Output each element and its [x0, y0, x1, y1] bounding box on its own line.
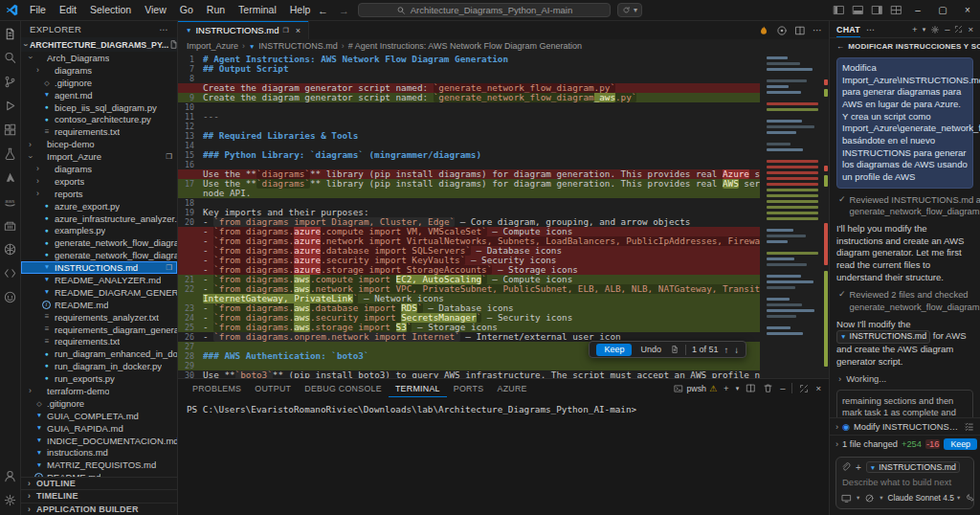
maximize-panel-icon[interactable]	[799, 384, 809, 393]
more-actions-icon[interactable]: ⋯	[159, 24, 168, 34]
pending-changes-icon[interactable]	[758, 25, 769, 36]
sync-button[interactable]: ▾	[617, 3, 642, 17]
file-chip[interactable]: ▼INSTRUCTIONS.md	[836, 330, 930, 344]
layout-sidebar-right-icon[interactable]	[867, 4, 886, 16]
tree-item[interactable]: ▼agent.md	[21, 89, 177, 101]
keep-button[interactable]: Keep	[944, 438, 977, 450]
tree-item[interactable]: ›terraform-demo	[21, 385, 177, 397]
next-change-icon[interactable]: ↓	[734, 345, 739, 355]
split-editor-icon[interactable]	[794, 25, 806, 36]
close-chat-icon[interactable]: ×	[968, 24, 973, 34]
menu-help[interactable]: Help	[283, 0, 318, 20]
close-panel-icon[interactable]: ×	[815, 383, 821, 393]
activity-remote-icon[interactable]	[0, 261, 21, 285]
chat-messages[interactable]: Modifica Import_Azure\INSTRUCTIONS.md pa…	[830, 55, 980, 417]
tree-item[interactable]: iREADME.md	[21, 299, 177, 311]
tree-item[interactable]: ›reports	[21, 188, 177, 200]
open-preview-icon[interactable]	[776, 25, 788, 36]
new-chat-icon[interactable]: +	[912, 24, 918, 34]
tree-item[interactable]: ●azure_export.py	[21, 200, 177, 213]
editor[interactable]: 1# Agent Instructions: AWS Network Flow …	[178, 53, 829, 378]
kill-terminal-icon[interactable]	[763, 383, 773, 393]
tree-item[interactable]: ›Import_Azure❐	[21, 150, 177, 163]
panel-tab-azure[interactable]: AZURE	[490, 379, 533, 397]
tree-item[interactable]: ›bicep-demo	[21, 138, 177, 150]
minimap[interactable]	[762, 53, 823, 378]
menu-run[interactable]: Run	[200, 0, 232, 20]
forward-icon[interactable]: →	[337, 5, 351, 16]
expand-chat-icon[interactable]	[954, 25, 963, 34]
menu-selection[interactable]: Selection	[83, 0, 138, 20]
tree-item[interactable]: ▼README_DIAGRAM_GENERATOR.md	[21, 286, 177, 299]
minimize-chat-icon[interactable]: –	[945, 24, 949, 34]
paperclip-icon[interactable]	[841, 462, 851, 472]
menu-view[interactable]: View	[138, 0, 173, 20]
terminal-output[interactable]: PS C:\Users\EvaristoRomanoRiviec\Downloa…	[178, 397, 829, 515]
gear-icon[interactable]	[930, 25, 940, 34]
back-icon[interactable]: ←	[316, 5, 330, 16]
panel-tab-problems[interactable]: PROBLEMS	[186, 379, 248, 397]
tree-item[interactable]: ●contoso_architecture.py	[21, 113, 177, 125]
menu-file[interactable]: File	[23, 0, 53, 20]
tree-item[interactable]: ▼INSTRUCTIONS.md❐	[21, 261, 177, 274]
add-context-icon[interactable]: +	[856, 462, 861, 473]
layout-sidebar-left-icon[interactable]	[829, 4, 848, 16]
terminal-instance[interactable]: pwsh ⚠	[674, 384, 717, 393]
timeline-section[interactable]: ›TIMELINE	[21, 489, 177, 503]
tool-step[interactable]: ✓Reviewed 2 files and checked generate_n…	[836, 289, 973, 312]
tree-item[interactable]: ●azure_infrastructure_analyzer.py	[21, 213, 177, 225]
panel-tab-terminal[interactable]: TERMINAL	[389, 379, 447, 397]
tree-item[interactable]: ▼GUIA_RAPIDA.md	[21, 422, 177, 435]
panel-tab-debug-console[interactable]: DEBUG CONSOLE	[298, 379, 389, 397]
activity-testing-icon[interactable]	[0, 142, 21, 166]
tree-item[interactable]: ›Arch_Diagrams	[21, 52, 177, 64]
tree-item[interactable]: ›diagrams	[21, 163, 177, 175]
activity-run-debug-icon[interactable]	[0, 94, 21, 118]
activity-kubernetes-icon[interactable]	[0, 237, 21, 261]
tree-item[interactable]: ▼instructions.md	[21, 447, 177, 459]
new-terminal-icon[interactable]: +	[724, 383, 729, 393]
back-icon[interactable]: ←	[836, 42, 844, 51]
tree-item[interactable]: ≡requirements_diagram_generator.txt	[21, 324, 177, 336]
panel-tab-ports[interactable]: PORTS	[447, 379, 491, 397]
breadcrumb[interactable]: Import_Azure›▼INSTRUCTIONS.md›# Agent In…	[178, 39, 829, 53]
activity-containers-icon[interactable]	[0, 213, 21, 237]
workspace-root-row[interactable]: › ARCHITECTURE_DIAGRAMS_PY...	[21, 37, 177, 52]
menu-terminal[interactable]: Terminal	[232, 0, 283, 20]
tree-item[interactable]: ≡requirements_analyzer.txt	[21, 311, 177, 324]
minimize-button[interactable]: –	[905, 0, 930, 21]
working-row[interactable]: ›Working...	[836, 373, 973, 384]
chevron-down-icon[interactable]: ▾	[923, 26, 926, 34]
code-area[interactable]: 1# Agent Instructions: AWS Network Flow …	[178, 55, 760, 378]
activity-azure-icon[interactable]	[0, 166, 21, 190]
tree-item[interactable]: ▼INDICE_DOCUMENTACION.md	[21, 435, 177, 447]
chevron-down-icon[interactable]: ▾	[736, 385, 740, 392]
tree-item[interactable]: ●examples.py	[21, 224, 177, 236]
context-file-chip[interactable]: ▼INSTRUCTIONS.md	[866, 461, 960, 473]
menu-go[interactable]: Go	[173, 0, 200, 20]
more-actions-icon[interactable]: ⋯	[813, 25, 822, 35]
tree-item[interactable]: ≡requirements.txt	[21, 125, 177, 138]
tools-icon[interactable]	[965, 493, 975, 504]
activity-extensions-icon[interactable]	[0, 118, 21, 142]
todo-bar[interactable]: › ◉ Modify INSTRUCTIONS.md for AWS ...	[830, 417, 980, 435]
tool-step[interactable]: ✓Reviewed INSTRUCTIONS.md and generate_n…	[836, 194, 973, 217]
tree-item[interactable]: ▼README_ANALYZER.md	[21, 274, 177, 286]
maximize-button[interactable]: ▢	[930, 0, 955, 21]
file-diff-icon[interactable]	[670, 345, 679, 354]
tab-instructions-md[interactable]: ▼ INSTRUCTIONS.md ❐ ×	[178, 21, 309, 39]
checklist-icon[interactable]	[964, 421, 974, 432]
tree-item[interactable]: ›diagrams	[21, 64, 177, 77]
minimize-panel-icon[interactable]: –	[780, 383, 785, 393]
tree-item[interactable]: ●run_diagram_enhanced_in_docker.py	[21, 347, 177, 360]
tree-item[interactable]: ≡requirements.txt	[21, 335, 177, 347]
keep-button[interactable]: Keep	[596, 344, 632, 356]
tree-item[interactable]: ●generate_network_flow_diagram_enhanced.…	[21, 236, 177, 249]
tab-chat[interactable]: CHAT	[836, 21, 860, 37]
outline-section[interactable]: ›OUTLINE	[21, 477, 177, 490]
tree-item[interactable]: ●generate_network_flow_diagram.py	[21, 249, 177, 261]
changed-files-bar[interactable]: › 1 file changed +254 -16 Keep Undo	[830, 435, 980, 453]
breadcrumb-item[interactable]: INSTRUCTIONS.md	[258, 41, 338, 51]
activity-aws-icon[interactable]: aws	[0, 190, 21, 213]
chat-input-placeholder[interactable]: Describe what to build next	[841, 477, 969, 487]
